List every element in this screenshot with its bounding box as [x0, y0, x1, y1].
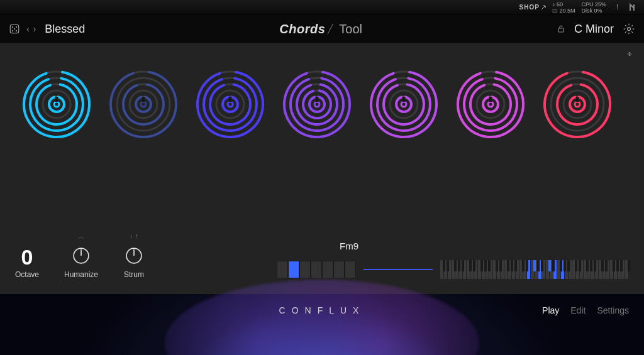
- black-key[interactable]: [575, 260, 577, 271]
- black-key[interactable]: [564, 260, 566, 271]
- gear-icon[interactable]: [623, 23, 635, 35]
- black-key[interactable]: [567, 260, 570, 271]
- black-key[interactable]: [620, 260, 623, 271]
- svg-point-37: [207, 81, 253, 128]
- chevron-up-icon: ︿: [78, 232, 84, 241]
- strum-control[interactable]: ↓↑ Strum: [123, 232, 145, 279]
- svg-point-3: [14, 28, 15, 30]
- chord-ring-3[interactable]: [192, 67, 268, 142]
- chord-pad[interactable]: [299, 261, 311, 278]
- app-title: Chords ╱ Tool: [279, 22, 362, 36]
- preset-next-button[interactable]: ›: [33, 24, 36, 34]
- dice-icon[interactable]: [9, 23, 20, 35]
- black-key[interactable]: [514, 260, 517, 271]
- black-key[interactable]: [447, 260, 449, 271]
- black-key[interactable]: [605, 260, 608, 271]
- tempo-voices-stats: ♪ 60 ◫ 20.5M: [552, 1, 575, 14]
- shop-button[interactable]: SHOP: [519, 4, 546, 11]
- svg-rect-6: [558, 28, 564, 32]
- chord-ring-5[interactable]: [366, 67, 441, 142]
- black-key[interactable]: [586, 260, 589, 271]
- black-key[interactable]: [526, 260, 528, 271]
- alert-icon[interactable]: !: [613, 3, 623, 13]
- lock-icon[interactable]: [557, 25, 565, 33]
- chord-pad[interactable]: [322, 261, 333, 278]
- preset-name[interactable]: Blessed: [45, 23, 85, 36]
- shop-label: SHOP: [519, 4, 540, 11]
- chord-pad[interactable]: [288, 261, 299, 278]
- svg-point-12: [43, 90, 70, 118]
- black-key[interactable]: [462, 260, 464, 271]
- black-key[interactable]: [443, 260, 445, 271]
- svg-point-1: [12, 26, 13, 28]
- black-key[interactable]: [541, 260, 543, 271]
- black-key[interactable]: [548, 260, 551, 271]
- humanize-knob[interactable]: [70, 245, 92, 266]
- black-key[interactable]: [628, 260, 630, 271]
- strum-knob[interactable]: [123, 245, 145, 266]
- piano-keyboard[interactable]: [440, 260, 629, 279]
- octave-control[interactable]: 0 Octave: [15, 235, 39, 279]
- black-key[interactable]: [613, 260, 615, 271]
- black-key[interactable]: [590, 260, 592, 271]
- svg-point-21: [117, 78, 170, 131]
- svg-point-5: [16, 30, 17, 31]
- black-key[interactable]: [488, 260, 491, 271]
- footer-tab-edit[interactable]: Edit: [570, 305, 586, 315]
- black-key[interactable]: [484, 260, 487, 271]
- chord-ring-6[interactable]: [453, 67, 528, 142]
- external-link-icon: [541, 5, 546, 10]
- black-key[interactable]: [511, 260, 513, 271]
- svg-point-76: [551, 78, 604, 131]
- black-key[interactable]: [499, 260, 502, 271]
- connector-line: [364, 269, 433, 270]
- svg-point-73: [488, 102, 493, 107]
- chord-ring-2[interactable]: [106, 67, 181, 142]
- svg-point-56: [390, 90, 418, 118]
- black-key[interactable]: [533, 260, 536, 271]
- black-key[interactable]: [469, 260, 472, 271]
- black-key[interactable]: [579, 260, 581, 271]
- svg-point-4: [12, 30, 13, 31]
- chord-ring-1[interactable]: [19, 67, 94, 142]
- ni-logo-icon[interactable]: [629, 3, 640, 12]
- humanize-label: Humanize: [64, 270, 98, 279]
- black-key[interactable]: [522, 260, 525, 271]
- black-key[interactable]: [594, 260, 596, 271]
- svg-point-83: [575, 102, 580, 107]
- svg-point-49: [301, 89, 333, 121]
- chord-pad[interactable]: [277, 261, 288, 278]
- footer-tab-play[interactable]: Play: [542, 305, 559, 315]
- arrow-up-icon: ↑: [135, 232, 138, 241]
- black-key[interactable]: [552, 260, 555, 271]
- chord-ring-4[interactable]: [279, 67, 355, 142]
- svg-point-70: [460, 74, 521, 134]
- preset-prev-button[interactable]: ‹: [26, 24, 30, 34]
- svg-point-16: [33, 81, 80, 128]
- footer-tab-settings[interactable]: Settings: [597, 305, 629, 315]
- black-key[interactable]: [507, 260, 509, 271]
- chord-pads[interactable]: [277, 261, 356, 278]
- svg-point-51: [314, 102, 319, 107]
- svg-point-71: [467, 81, 514, 128]
- chord-ring-7[interactable]: [540, 67, 615, 142]
- black-key[interactable]: [480, 260, 483, 271]
- svg-point-59: [373, 74, 434, 134]
- svg-point-62: [401, 102, 406, 107]
- svg-point-48: [294, 81, 340, 128]
- black-key[interactable]: [454, 260, 457, 271]
- black-key[interactable]: [560, 260, 562, 271]
- black-key[interactable]: [458, 260, 460, 271]
- chord-pad[interactable]: [311, 261, 322, 278]
- svg-point-28: [141, 102, 146, 107]
- black-key[interactable]: [616, 260, 619, 271]
- black-key[interactable]: [601, 260, 604, 271]
- black-key[interactable]: [537, 260, 540, 271]
- black-key[interactable]: [473, 260, 475, 271]
- black-key[interactable]: [496, 260, 498, 271]
- key-select[interactable]: C Minor: [574, 23, 614, 36]
- svg-point-2: [16, 26, 17, 28]
- chord-pad[interactable]: [345, 261, 356, 278]
- humanize-control[interactable]: ︿ Humanize: [64, 232, 98, 279]
- chord-pad[interactable]: [333, 261, 345, 278]
